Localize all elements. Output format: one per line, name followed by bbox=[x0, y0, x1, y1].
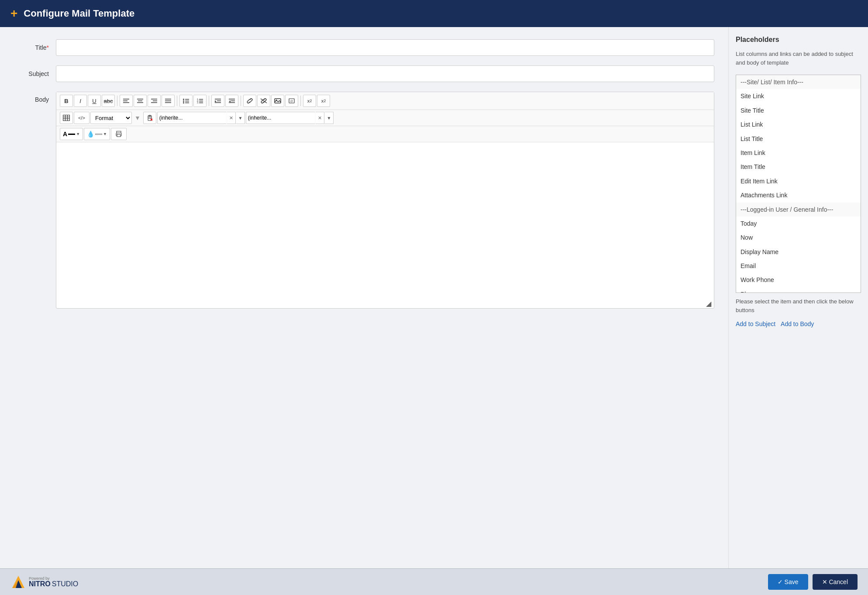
subject-label: Subject bbox=[14, 70, 49, 77]
plus-icon: + bbox=[10, 7, 17, 20]
studio-text: STUDIO bbox=[52, 581, 78, 588]
panel-actions: Add to Subject Add to Body bbox=[736, 320, 861, 327]
indent-button[interactable] bbox=[211, 95, 224, 107]
title-row: Title* bbox=[14, 39, 714, 56]
bold-button[interactable]: B bbox=[60, 95, 73, 107]
cancel-button[interactable]: ✕ Cancel bbox=[813, 574, 858, 590]
placeholder-item[interactable]: Attachments Link bbox=[736, 188, 861, 202]
paste-text-button[interactable] bbox=[143, 112, 156, 124]
subject-input[interactable] bbox=[56, 65, 714, 82]
title-input[interactable] bbox=[56, 39, 714, 56]
subscript-button[interactable]: x2 bbox=[303, 95, 316, 107]
svg-point-14 bbox=[183, 100, 184, 102]
panel-title: Placeholders bbox=[736, 36, 861, 44]
placeholder-item[interactable]: Display Name bbox=[736, 245, 861, 259]
svg-rect-48 bbox=[117, 134, 121, 137]
underline-button[interactable]: U bbox=[88, 95, 101, 107]
logo-text-block: Powered by NITRO STUDIO bbox=[29, 576, 78, 588]
print-button[interactable] bbox=[111, 128, 127, 140]
inherit-select-1-group: ✕ ▼ bbox=[157, 112, 245, 124]
unlink-button[interactable] bbox=[257, 95, 270, 107]
toolbar-row2: </> Format Heading 1 Heading 2 Paragraph… bbox=[56, 110, 714, 126]
placeholder-item[interactable]: Now bbox=[736, 230, 861, 244]
insert-table-button[interactable] bbox=[60, 112, 73, 124]
body-row: Body B I U abc bbox=[14, 92, 714, 309]
highlight-swatch bbox=[95, 134, 102, 135]
format-dropdown-arrow: ▼ bbox=[134, 114, 141, 121]
footer-left: Powered by NITRO STUDIO bbox=[10, 574, 764, 590]
special-char-button[interactable]: Ω bbox=[285, 95, 298, 107]
svg-rect-37 bbox=[63, 115, 70, 121]
editor-container: B I U abc bbox=[56, 92, 714, 309]
placeholder-item[interactable]: List Link bbox=[736, 117, 861, 131]
placeholder-item[interactable]: Edit Item Link bbox=[736, 174, 861, 188]
svg-text:Ω: Ω bbox=[290, 100, 293, 103]
inherit-select-2[interactable] bbox=[246, 112, 315, 124]
placeholder-item[interactable]: Today bbox=[736, 217, 861, 230]
panel-description: List columns and links can be added to s… bbox=[736, 50, 861, 67]
svg-marker-31 bbox=[229, 100, 231, 102]
highlight-button[interactable]: 💧 ▼ bbox=[84, 128, 110, 140]
clear-inherit1-button[interactable]: ✕ bbox=[227, 112, 236, 124]
source-code-button[interactable]: </> bbox=[74, 112, 90, 124]
inherit-select-1[interactable] bbox=[157, 112, 227, 124]
add-to-body-button[interactable]: Add to Body bbox=[781, 320, 814, 327]
outdent-button[interactable] bbox=[225, 95, 238, 107]
placeholder-item[interactable]: Email bbox=[736, 259, 861, 273]
form-area: Title* Subject Body B I U abc bbox=[0, 27, 728, 568]
image-button[interactable] bbox=[271, 95, 284, 107]
placeholder-item[interactable]: Item Title bbox=[736, 160, 861, 174]
logo-area: Powered by NITRO STUDIO bbox=[10, 574, 78, 590]
font-color-icon: A bbox=[63, 131, 67, 138]
placeholder-item[interactable]: List Title bbox=[736, 132, 861, 146]
superscript-button[interactable]: x2 bbox=[317, 95, 330, 107]
page-title: Configure Mail Template bbox=[24, 8, 134, 19]
app-header: + Configure Mail Template bbox=[0, 0, 868, 27]
align-center-button[interactable] bbox=[134, 95, 147, 107]
svg-point-16 bbox=[183, 102, 184, 103]
placeholder-list[interactable]: ---Site/ List/ Item Info---Site LinkSite… bbox=[736, 75, 861, 293]
align-right-button[interactable] bbox=[148, 95, 161, 107]
align-justify-button[interactable] bbox=[162, 95, 175, 107]
separator2 bbox=[177, 96, 177, 106]
font-color-button[interactable]: A ▼ bbox=[60, 128, 83, 140]
italic-button[interactable]: I bbox=[74, 95, 87, 107]
inherit1-dropdown-button[interactable]: ▼ bbox=[236, 112, 245, 124]
placeholder-item[interactable]: Site Title bbox=[736, 103, 861, 117]
link-button[interactable] bbox=[243, 95, 256, 107]
nitro-text: NITRO bbox=[29, 581, 51, 588]
font-color-arrow: ▼ bbox=[76, 132, 80, 136]
format-select[interactable]: Format Heading 1 Heading 2 Paragraph bbox=[90, 112, 132, 124]
clear-inherit2-button[interactable]: ✕ bbox=[316, 112, 324, 124]
nitro-logo-icon bbox=[10, 574, 26, 590]
add-to-subject-button[interactable]: Add to Subject bbox=[736, 320, 775, 327]
resize-handle[interactable]: ◢ bbox=[706, 300, 713, 307]
strikethrough-button[interactable]: abc bbox=[102, 95, 115, 107]
body-label: Body bbox=[14, 92, 49, 103]
panel-hint: Please select the item and then click th… bbox=[736, 297, 861, 314]
placeholder-section: ---Site/ List/ Item Info--- bbox=[736, 75, 861, 89]
svg-rect-46 bbox=[117, 131, 121, 133]
save-button[interactable]: ✓ Save bbox=[768, 574, 808, 590]
main-content: Title* Subject Body B I U abc bbox=[0, 27, 868, 568]
align-left-button[interactable] bbox=[120, 95, 133, 107]
title-label: Title* bbox=[14, 44, 49, 51]
separator3 bbox=[209, 96, 209, 106]
highlight-icon: 💧 bbox=[87, 131, 94, 138]
unordered-list-button[interactable] bbox=[179, 95, 193, 107]
placeholder-item[interactable]: Work Phone bbox=[736, 273, 861, 287]
inherit2-dropdown-button[interactable]: ▼ bbox=[325, 112, 334, 124]
svg-point-49 bbox=[117, 134, 117, 134]
placeholder-item[interactable]: Site Link bbox=[736, 89, 861, 103]
svg-marker-27 bbox=[215, 100, 217, 102]
separator4 bbox=[241, 96, 241, 106]
placeholder-item[interactable]: Item Link bbox=[736, 146, 861, 160]
inherit-select-2-group: ✕ ▼ bbox=[246, 112, 334, 124]
separator5 bbox=[300, 96, 301, 106]
placeholder-item[interactable]: Phone bbox=[736, 287, 861, 293]
highlight-arrow: ▼ bbox=[103, 132, 107, 136]
editor-body[interactable]: ◢ bbox=[56, 142, 714, 308]
placeholder-section: ---Logged-in User / General Info--- bbox=[736, 203, 861, 217]
ordered-list-button[interactable]: 1.2.3. bbox=[193, 95, 207, 107]
footer: Powered by NITRO STUDIO ✓ Save ✕ Cancel bbox=[0, 568, 868, 595]
